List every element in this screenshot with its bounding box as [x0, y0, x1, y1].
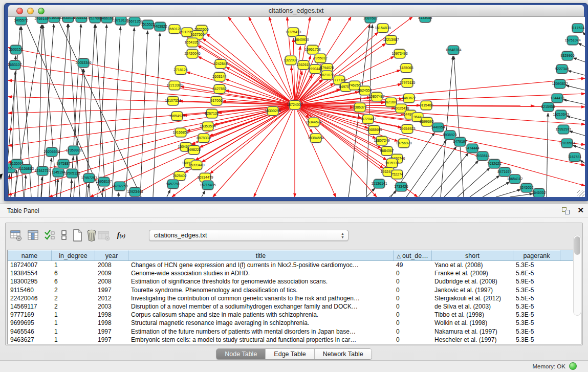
graph-node[interactable]: 1935019	[62, 17, 74, 23]
graph-node[interactable]: 9463627	[403, 94, 415, 103]
column-header-short[interactable]: short	[432, 250, 513, 260]
graph-node[interactable]: 3660128	[169, 25, 180, 34]
graph-node[interactable]: 18107554	[167, 96, 179, 105]
graph-node[interactable]: 2603150	[10, 45, 21, 54]
graph-node[interactable]: 9466160	[101, 17, 113, 23]
table-cell[interactable]: 0	[394, 327, 432, 336]
graph-node[interactable]: 1646052	[533, 188, 545, 197]
graph-node[interactable]: 5938923	[444, 130, 455, 140]
table-cell[interactable]: 1	[52, 327, 95, 336]
table-cell[interactable]: 5.6E-5	[513, 269, 560, 277]
table-cell[interactable]: 1	[52, 261, 95, 269]
table-cell[interactable]: 0	[394, 286, 432, 294]
table-cell[interactable]: de Silva et al. (2003)	[432, 302, 513, 311]
graph-node[interactable]: 19166852	[175, 128, 186, 137]
graph-node[interactable]: 5498222	[188, 145, 200, 155]
graph-node[interactable]: 20206536	[46, 147, 57, 157]
graph-node[interactable]: 1615132	[386, 159, 398, 168]
table-cell[interactable]: 5.9E-5	[513, 277, 560, 286]
table-header-row[interactable]: namein_degreeyeartitle△out_de…shortpager…	[8, 250, 581, 261]
table-cell[interactable]: Wolkin et al. (1998)	[432, 319, 513, 327]
graph-node[interactable]: 19654925	[171, 112, 183, 121]
table-cell[interactable]: 9463627	[8, 336, 52, 344]
graph-node[interactable]: 9474444	[467, 144, 478, 153]
close-window-button[interactable]	[16, 8, 23, 14]
graph-node[interactable]: 22420046	[187, 49, 198, 58]
graph-node[interactable]: 1362615	[298, 60, 309, 70]
graph-node[interactable]: 1405572	[15, 17, 27, 25]
table-cell[interactable]: 1997	[95, 336, 128, 344]
column-header-year[interactable]: year	[95, 250, 128, 260]
table-cell[interactable]: 1998	[95, 319, 128, 327]
graph-node[interactable]: 1440954	[432, 123, 444, 132]
table-cell[interactable]: Genome-wide association studies in ADHD.	[128, 269, 394, 277]
column-header-outde[interactable]: △out_de…	[394, 250, 432, 260]
table-cell[interactable]: 18300295	[8, 277, 52, 286]
table-cell[interactable]: 1997	[95, 327, 128, 336]
graph-node[interactable]: 12213987	[385, 35, 397, 45]
graph-node[interactable]: 1117524	[572, 24, 583, 33]
table-row[interactable]: 946554611997Estimation of the future num…	[8, 327, 581, 336]
graph-node[interactable]: 16543352	[187, 38, 198, 47]
graph-node[interactable]: 1527602	[90, 17, 101, 23]
graph-node[interactable]: 2653107	[9, 60, 20, 70]
table-cell[interactable]: 22420046	[8, 294, 52, 302]
graph-node[interactable]: 16671358	[129, 17, 140, 26]
graph-node[interactable]: 15992971	[558, 125, 569, 134]
table-cell[interactable]: Tourette syndrome. Phenomenology and cla…	[128, 286, 394, 294]
table-cell[interactable]: 2003	[95, 302, 128, 311]
table-cell[interactable]: 5.3E-5	[513, 302, 560, 311]
graph-node[interactable]: 10973493	[394, 49, 405, 58]
function-builder-icon[interactable]: f(x)	[114, 228, 128, 243]
graph-node[interactable]: 17359928	[68, 146, 79, 155]
tab-edge-table[interactable]: Edge Table	[266, 349, 314, 359]
table-cell[interactable]: Estimation of the future numbers of pati…	[128, 327, 394, 336]
table-cell[interactable]: 9115460	[8, 286, 52, 294]
graph-node[interactable]: 7515526	[142, 20, 154, 29]
table-cell[interactable]: 18724007	[8, 261, 52, 269]
graph-node[interactable]: 9457791	[167, 180, 179, 189]
table-cell[interactable]: 0	[394, 319, 432, 327]
table-row[interactable]: 946362711997Embryonic stem cells: a mode…	[8, 336, 581, 344]
table-cell[interactable]: 0	[394, 302, 432, 311]
graph-node[interactable]: 5912954	[182, 28, 193, 37]
graph-node[interactable]: 917006	[211, 96, 222, 105]
graph-node[interactable]: 15136141	[374, 179, 385, 188]
graph-node[interactable]: 9990443	[310, 64, 321, 74]
graph-node[interactable]: 2718126	[175, 65, 186, 75]
graph-node[interactable]: 9975887	[58, 159, 69, 168]
graph-node[interactable]: 16353594	[202, 122, 213, 131]
table-cell[interactable]: 1997	[95, 286, 128, 294]
table-cell[interactable]: Yano et al. (2008)	[432, 261, 513, 269]
table-cell[interactable]: 5.3E-5	[513, 336, 560, 344]
table-scrollbar[interactable]	[573, 235, 581, 316]
graph-node[interactable]: 16961758	[307, 45, 318, 54]
table-cell[interactable]: Tibbo et al. (1998)	[432, 311, 513, 319]
graph-node[interactable]: 746266	[349, 81, 360, 90]
graph-node[interactable]: 16640910	[295, 35, 307, 45]
table-cell[interactable]: Changes of HCN gene expression and I(f) …	[128, 261, 394, 269]
table-cell[interactable]: 2	[52, 286, 95, 294]
select-rows-icon[interactable]	[42, 228, 57, 243]
graph-node[interactable]: 8133054	[420, 17, 431, 23]
table-cell[interactable]: 2009	[95, 269, 128, 277]
graph-node[interactable]: 15716485	[202, 181, 213, 190]
table-row[interactable]: 1830029562008Estimation of significance …	[8, 277, 581, 286]
minimize-window-button[interactable]	[27, 8, 34, 14]
new-table-icon[interactable]	[70, 228, 84, 243]
table-cell[interactable]: 1998	[95, 311, 128, 319]
table-cell[interactable]: Jankovic et al. (1997)	[432, 286, 513, 294]
close-panel-icon[interactable]: ✕	[577, 206, 584, 215]
table-cell[interactable]: 2	[52, 302, 95, 311]
column-header-indegree[interactable]: in_degree	[52, 250, 95, 260]
graph-node[interactable]: 17975115	[402, 78, 413, 87]
table-cell[interactable]: Hescheler et al. (1997)	[432, 336, 513, 344]
graph-node[interactable]: 20053346	[78, 58, 89, 68]
graph-node[interactable]: 10688609	[368, 125, 380, 135]
graph-node[interactable]: 12923448	[129, 187, 141, 196]
table-cell[interactable]: 1	[52, 311, 95, 319]
memory-status-indicator[interactable]	[569, 362, 577, 370]
graph-node[interactable]: 9699695	[421, 117, 432, 126]
graph-node[interactable]: 16099449	[191, 161, 202, 170]
graph-node[interactable]: 16154838	[377, 24, 388, 33]
